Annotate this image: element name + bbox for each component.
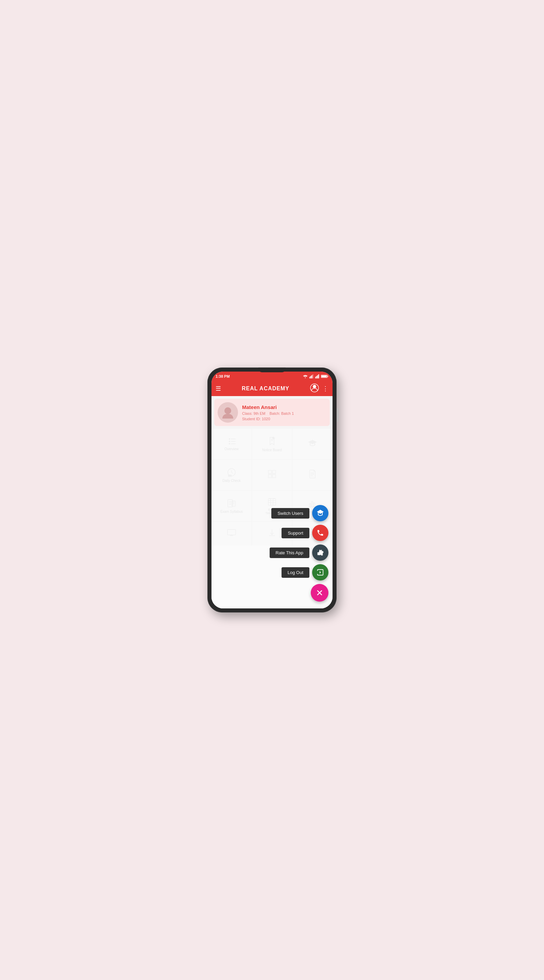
svg-rect-53	[317, 552, 319, 555]
svg-rect-3	[311, 375, 312, 379]
svg-rect-10	[327, 376, 328, 377]
profile-class: Class: 9th EM	[242, 411, 265, 415]
profile-info: Mateen Ansari Class: 9th EM Batch: Batch…	[242, 404, 294, 421]
fab-container: Switch Users Support	[270, 505, 328, 601]
signal-icon-2	[315, 374, 319, 379]
svg-rect-7	[317, 375, 318, 379]
fab-support-btn[interactable]	[312, 525, 328, 541]
hamburger-icon[interactable]: ☰	[216, 385, 221, 392]
fab-logout-label[interactable]: Log Out	[282, 567, 309, 578]
fab-row-rate: Rate This App	[270, 544, 328, 561]
status-right	[303, 374, 328, 379]
status-time: 1:38 PM	[216, 374, 230, 379]
profile-student-id: Student ID: 1020	[242, 417, 294, 421]
profile-name: Mateen Ansari	[242, 404, 294, 410]
fab-close-btn[interactable]	[311, 584, 328, 601]
fab-support-label[interactable]: Support	[282, 528, 309, 538]
svg-rect-4	[312, 374, 313, 379]
fab-rate-label[interactable]: Rate This App	[270, 547, 309, 558]
main-content: Overview Notice Board	[211, 429, 333, 608]
profile-batch: Batch: Batch 1	[270, 411, 294, 415]
svg-rect-5	[315, 377, 316, 379]
fab-row-logout: Log Out	[282, 564, 328, 581]
status-bar: 1:38 PM	[211, 372, 333, 381]
toolbar-title: REAL ACADEMY	[242, 385, 289, 392]
svg-rect-1	[309, 377, 310, 379]
svg-point-0	[305, 377, 306, 378]
fab-row-support: Support	[282, 525, 328, 541]
fab-logout-btn[interactable]	[312, 564, 328, 581]
profile-avatar	[217, 402, 238, 423]
battery-icon	[321, 374, 328, 379]
toolbar-user-icon[interactable]	[310, 383, 319, 394]
toolbar-dots-icon[interactable]: ⋮	[322, 385, 328, 392]
svg-point-14	[224, 407, 231, 414]
phone-notch	[259, 368, 285, 372]
toolbar: ☰ REAL ACADEMY ⋮	[211, 381, 333, 396]
phone-screen: 1:38 PM	[211, 372, 333, 608]
svg-rect-6	[316, 376, 317, 379]
phone-device: 1:38 PM	[208, 368, 336, 612]
svg-point-12	[313, 385, 316, 388]
svg-rect-2	[311, 376, 311, 379]
svg-rect-8	[318, 374, 319, 379]
signal-icon	[309, 374, 314, 379]
profile-class-batch: Class: 9th EM Batch: Batch 1	[242, 411, 294, 415]
fab-rate-btn[interactable]	[312, 544, 328, 561]
fab-switch-btn[interactable]	[312, 505, 328, 521]
fab-row-switch: Switch Users	[271, 505, 328, 521]
wifi-icon	[303, 374, 308, 379]
fab-row-close	[311, 584, 328, 601]
fab-switch-label[interactable]: Switch Users	[271, 508, 309, 519]
screen-content: 1:38 PM	[211, 372, 333, 608]
svg-rect-11	[321, 375, 327, 377]
toolbar-icons: ⋮	[310, 383, 328, 394]
profile-card: Mateen Ansari Class: 9th EM Batch: Batch…	[214, 399, 330, 426]
